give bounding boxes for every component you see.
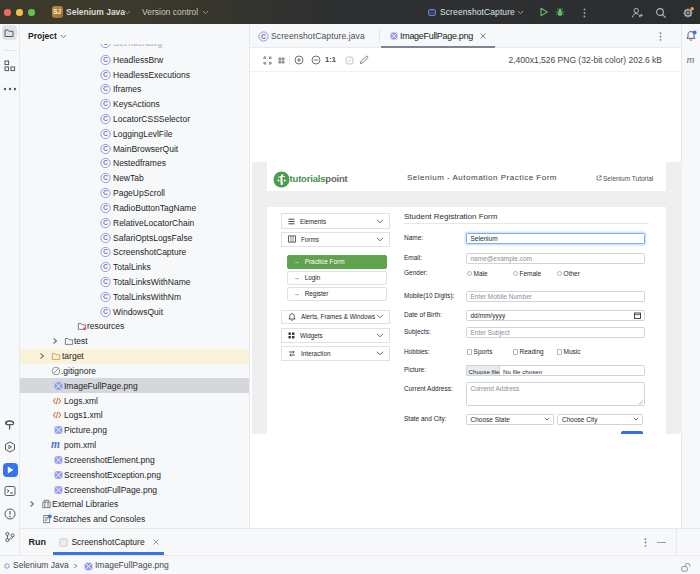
svg-text:C: C — [103, 278, 108, 285]
svg-text:C: C — [103, 308, 108, 315]
svg-text:C: C — [103, 190, 108, 197]
svg-text:C: C — [103, 175, 108, 182]
svg-text:C: C — [103, 160, 108, 167]
svg-text:C: C — [103, 44, 108, 47]
svg-text:C: C — [103, 115, 108, 122]
svg-text:C: C — [103, 71, 108, 78]
svg-text:C: C — [103, 145, 108, 152]
svg-text:C: C — [103, 234, 108, 241]
svg-text:C: C — [103, 249, 108, 256]
svg-text:C: C — [103, 101, 108, 108]
svg-text:C: C — [103, 86, 108, 93]
svg-text:C: C — [103, 293, 108, 300]
svg-text:C: C — [103, 130, 108, 137]
svg-text:C: C — [261, 32, 266, 39]
svg-text:C: C — [103, 264, 108, 271]
svg-text:C: C — [103, 204, 108, 211]
svg-text:C: C — [103, 219, 108, 226]
svg-text:C: C — [103, 56, 108, 63]
